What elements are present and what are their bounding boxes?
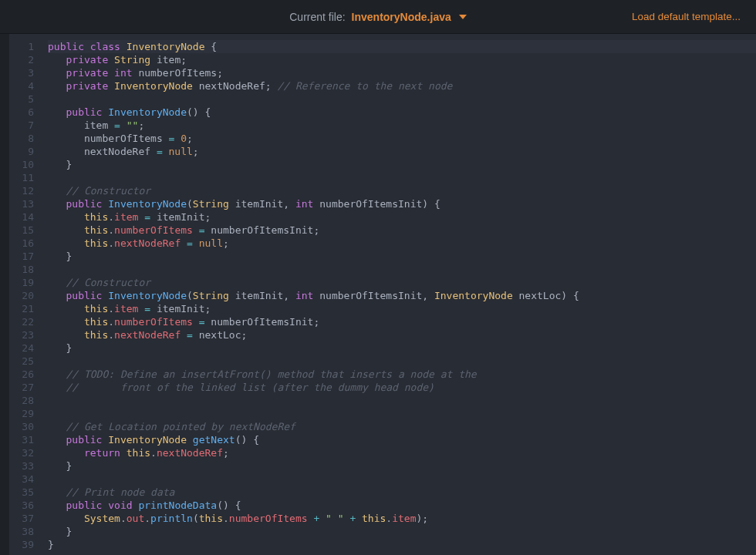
line-number: 5 — [9, 92, 45, 106]
code-line[interactable]: System.out.println(this.numberOfItems + … — [48, 512, 756, 525]
line-number: 32 — [9, 446, 45, 459]
code-line[interactable] — [48, 263, 756, 276]
line-number: 17 — [9, 250, 45, 263]
load-default-template-link[interactable]: Load default template... — [632, 11, 741, 22]
line-number: 38 — [9, 525, 45, 538]
line-number: 7 — [9, 119, 45, 132]
line-number: 27 — [9, 381, 45, 394]
line-number: 20 — [9, 289, 45, 302]
code-line[interactable]: return this.nextNodeRef; — [48, 446, 756, 459]
code-line[interactable]: item = ""; — [48, 119, 756, 132]
code-line[interactable]: // Constructor — [48, 184, 756, 197]
line-number: 1 — [9, 40, 45, 53]
line-number: 36 — [9, 499, 45, 512]
code-line[interactable]: } — [48, 525, 756, 538]
code-line[interactable]: numberOfItems = 0; — [48, 132, 756, 145]
code-line[interactable]: } — [48, 250, 756, 263]
code-line[interactable]: public InventoryNode(String itemInit, in… — [48, 197, 756, 210]
code-line[interactable]: private String item; — [48, 53, 756, 66]
code-line[interactable]: this.nextNodeRef = null; — [48, 237, 756, 250]
line-number: 16 — [9, 237, 45, 250]
code-line[interactable]: public InventoryNode(String itemInit, in… — [48, 289, 756, 302]
code-line[interactable] — [48, 92, 756, 106]
code-line[interactable] — [48, 355, 756, 368]
code-line[interactable]: } — [48, 459, 756, 473]
line-number: 34 — [9, 473, 45, 486]
line-number: 29 — [9, 407, 45, 420]
code-line[interactable]: public InventoryNode getNext() { — [48, 433, 756, 446]
code-line[interactable]: nextNodeRef = null; — [48, 145, 756, 158]
line-number: 19 — [9, 276, 45, 289]
editor-header: Current file: InventoryNode.java Load de… — [0, 0, 756, 34]
code-area[interactable]: public class InventoryNode { private Str… — [45, 34, 756, 555]
line-number: 22 — [9, 315, 45, 328]
line-number: 28 — [9, 394, 45, 407]
code-line[interactable]: public InventoryNode() { — [48, 106, 756, 119]
code-line[interactable]: } — [48, 538, 756, 551]
line-number: 10 — [9, 158, 45, 171]
line-number: 33 — [9, 459, 45, 473]
code-line[interactable]: // front of the linked list (after the d… — [48, 381, 756, 394]
line-number: 37 — [9, 512, 45, 525]
line-number: 3 — [9, 66, 45, 79]
current-file-label: Current file: — [289, 11, 345, 23]
code-line[interactable]: private int numberOfItems; — [48, 66, 756, 79]
line-number: 11 — [9, 171, 45, 184]
line-number: 23 — [9, 328, 45, 341]
code-line[interactable] — [48, 394, 756, 407]
code-line[interactable] — [48, 473, 756, 486]
code-line[interactable] — [48, 171, 756, 184]
line-number: 18 — [9, 263, 45, 276]
code-line[interactable] — [48, 407, 756, 420]
line-number: 9 — [9, 145, 45, 158]
code-line[interactable]: this.numberOfItems = numberOfItemsInit; — [48, 224, 756, 237]
line-number: 14 — [9, 210, 45, 224]
code-editor[interactable]: 1234567891011121314151617181920212223242… — [0, 34, 756, 555]
code-line[interactable]: private InventoryNode nextNodeRef; // Re… — [48, 79, 756, 92]
line-number: 35 — [9, 486, 45, 499]
code-line[interactable]: } — [48, 341, 756, 355]
code-line[interactable]: this.item = itemInit; — [48, 210, 756, 224]
line-number: 8 — [9, 132, 45, 145]
code-line[interactable]: // Get Location pointed by nextNodeRef — [48, 420, 756, 433]
line-number: 4 — [9, 79, 45, 92]
line-number: 13 — [9, 197, 45, 210]
code-line[interactable]: // Print node data — [48, 486, 756, 499]
line-number: 30 — [9, 420, 45, 433]
code-line[interactable]: } — [48, 158, 756, 171]
code-line[interactable]: this.numberOfItems = numberOfItemsInit; — [48, 315, 756, 328]
code-line[interactable]: // TODO: Define an insertAtFront() metho… — [48, 368, 756, 381]
code-line[interactable]: // Constructor — [48, 276, 756, 289]
line-number: 24 — [9, 341, 45, 355]
current-file-name: InventoryNode.java — [352, 11, 451, 23]
line-number: 2 — [9, 53, 45, 66]
code-line[interactable]: public void printNodeData() { — [48, 499, 756, 512]
line-number: 6 — [9, 106, 45, 119]
code-line[interactable]: public class InventoryNode { — [48, 40, 756, 53]
line-number-gutter: 1234567891011121314151617181920212223242… — [9, 34, 45, 555]
editor-left-margin — [0, 34, 9, 555]
line-number: 31 — [9, 433, 45, 446]
line-number: 15 — [9, 224, 45, 237]
line-number: 21 — [9, 302, 45, 315]
code-line[interactable]: this.nextNodeRef = nextLoc; — [48, 328, 756, 341]
line-number: 25 — [9, 355, 45, 368]
line-number: 39 — [9, 538, 45, 551]
chevron-down-icon — [459, 15, 467, 19]
code-line[interactable]: this.item = itemInit; — [48, 302, 756, 315]
line-number: 12 — [9, 184, 45, 197]
line-number: 26 — [9, 368, 45, 381]
